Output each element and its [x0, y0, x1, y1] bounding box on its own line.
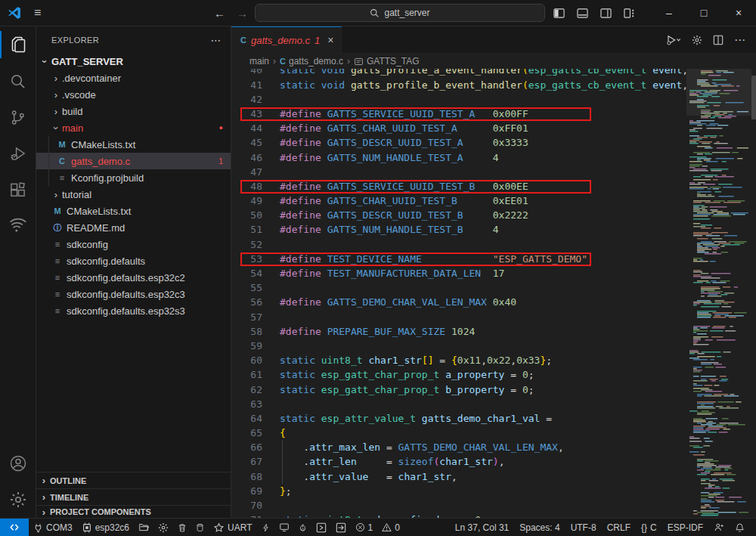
- breadcrumb-gatts-tag[interactable]: GATTS_TAG: [354, 56, 420, 67]
- status-cursor-position[interactable]: Ln 37, Col 31: [450, 519, 514, 536]
- scrollbar[interactable]: [751, 69, 756, 518]
- minimap-slider[interactable]: [686, 69, 751, 116]
- status-flash-method[interactable]: UART: [209, 519, 256, 536]
- activity-bar-settings-icon[interactable]: [0, 482, 36, 518]
- activity-bar-espressif-icon[interactable]: [0, 208, 36, 244]
- code-line-56[interactable]: 56#define GATTS_DEMO_CHAR_VAL_LEN_MAX 0x…: [231, 295, 686, 309]
- tree-file-cmakelists-txt[interactable]: MCMakeLists.txt: [36, 136, 231, 153]
- status-device-target[interactable]: esp32c6: [77, 519, 134, 536]
- code-line-46[interactable]: 46#define GATTS_NUM_HANDLE_TEST_A 4: [231, 150, 686, 165]
- code-line-67[interactable]: 67 .attr_len = sizeof(char1_str),: [231, 454, 686, 469]
- code-line-44[interactable]: 44#define GATTS_CHAR_UUID_TEST_A 0xFF01: [231, 121, 686, 135]
- nav-back-icon[interactable]: ←: [214, 0, 225, 26]
- status-flash-device[interactable]: [257, 519, 274, 536]
- code-line-57[interactable]: 57: [231, 310, 686, 324]
- window-close-button[interactable]: ×: [721, 0, 756, 26]
- toggle-secondary-sidebar-icon[interactable]: [600, 8, 612, 19]
- menu-icon[interactable]: ≡: [34, 6, 41, 20]
- code-line-60[interactable]: 60static uint8_t char1_str[] = {0x11,0x2…: [231, 353, 686, 367]
- scrollbar-thumb[interactable]: [751, 76, 756, 119]
- breadcrumb-gatts-demo-c[interactable]: Cgatts_demo.c: [280, 56, 343, 67]
- code-line-40[interactable]: 40static void gatts_profile_a_event_hand…: [231, 69, 686, 78]
- status-encoding[interactable]: UTF-8: [565, 519, 602, 536]
- status-indentation[interactable]: Spaces: 4: [514, 519, 565, 536]
- code-line-63[interactable]: 63: [231, 397, 686, 411]
- tree-folder--devcontainer[interactable]: ›.devcontainer: [36, 70, 231, 86]
- editor-settings-gear-icon[interactable]: [692, 35, 702, 45]
- code-line-45[interactable]: 45#define GATTS_DESCR_UUID_TEST_A 0x3333: [231, 135, 686, 150]
- tree-folder-main[interactable]: ›main●: [36, 119, 231, 136]
- tree-folder-tutorial[interactable]: ›tutorial: [36, 186, 231, 203]
- activity-bar-run-debug-icon[interactable]: [0, 135, 36, 172]
- minimap[interactable]: [686, 69, 751, 518]
- tree-file-sdkconfig-defaults[interactable]: ≡sdkconfig.defaults: [36, 253, 231, 269]
- code-line-41[interactable]: 41static void gatts_profile_b_event_hand…: [231, 78, 686, 92]
- tree-file-readme-md[interactable]: ⓘREADME.md: [36, 219, 231, 236]
- code-line-61[interactable]: 61static esp_gatt_char_prop_t a_property…: [231, 367, 686, 382]
- code-line-51[interactable]: 51#define GATTS_NUM_HANDLE_TEST_B 4: [231, 222, 686, 237]
- split-editor-icon[interactable]: [713, 35, 723, 45]
- run-debug-dropdown-button[interactable]: [666, 35, 681, 45]
- status-eol[interactable]: CRLF: [602, 519, 636, 536]
- tree-folder-build[interactable]: ›build: [36, 103, 231, 119]
- tree-file-kconfig-projbuild[interactable]: ≡Kconfig.projbuild: [36, 169, 231, 186]
- status-esp-idf-version[interactable]: ESP-IDF: [662, 519, 708, 536]
- status-terminal-launch[interactable]: [311, 519, 331, 536]
- tree-file-sdkconfig-defaults-esp32c2[interactable]: ≡sdkconfig.defaults.esp32c2: [36, 269, 231, 286]
- status-problems-errors[interactable]: 1: [351, 519, 378, 536]
- code-line-69[interactable]: 69};: [231, 484, 686, 498]
- explorer-more-actions-icon[interactable]: ⋯: [211, 34, 222, 46]
- tree-file-gatts-demo-c[interactable]: Cgatts_demo.c1: [36, 153, 231, 169]
- status-language-mode[interactable]: {}C: [636, 519, 662, 536]
- tree-file-sdkconfig[interactable]: ≡sdkconfig: [36, 236, 231, 253]
- activity-bar-explorer-icon[interactable]: [0, 26, 36, 63]
- code-line-49[interactable]: 49#define GATTS_CHAR_UUID_TEST_B 0xEE01: [231, 194, 686, 208]
- tree-folder--vscode[interactable]: ›.vscode: [36, 86, 231, 103]
- code-line-66[interactable]: 66 .attr_max_len = GATTS_DEMO_CHAR_VAL_L…: [231, 440, 686, 454]
- tree-file-sdkconfig-defaults-esp32c3[interactable]: ≡sdkconfig.defaults.esp32c3: [36, 286, 231, 302]
- code-line-43[interactable]: 43#define GATTS_SERVICE_UUID_TEST_A 0x00…: [231, 107, 686, 121]
- tree-file-cmakelists-txt[interactable]: MCMakeLists.txt: [36, 203, 231, 219]
- code-line-50[interactable]: 50#define GATTS_DESCR_UUID_TEST_B 0x2222: [231, 208, 686, 222]
- window-maximize-button[interactable]: □: [686, 0, 721, 26]
- status-remote-indicator[interactable]: [0, 519, 29, 536]
- status-custom-task[interactable]: [331, 519, 351, 536]
- status-build-flash-monitor[interactable]: [294, 519, 311, 536]
- code-line-58[interactable]: 58#define PREPARE_BUF_MAX_SIZE 1024: [231, 324, 686, 339]
- status-build-project[interactable]: [191, 519, 209, 536]
- activity-bar-source-control-icon[interactable]: [0, 99, 36, 135]
- nav-forward-icon[interactable]: →: [237, 0, 248, 26]
- code-line-53[interactable]: 53#define TEST_DEVICE_NAME "ESP_GATTS_DE…: [231, 252, 686, 266]
- editor-more-actions-icon[interactable]: ⋯: [734, 33, 745, 47]
- breadcrumb-main[interactable]: main: [249, 56, 269, 67]
- activity-bar-search-icon[interactable]: [0, 63, 36, 99]
- code-line-47[interactable]: 47: [231, 165, 686, 179]
- command-center-search[interactable]: gatt_server: [255, 4, 545, 22]
- tab-gatts-demo[interactable]: C gatts_demo.c 1 ×: [231, 26, 342, 53]
- code-line-52[interactable]: 52: [231, 237, 686, 252]
- code-line-68[interactable]: 68 .attr_value = char1_str,: [231, 469, 686, 484]
- code-line-55[interactable]: 55: [231, 280, 686, 295]
- code-line-64[interactable]: 64static esp_attr_value_t gatts_demo_cha…: [231, 411, 686, 426]
- sidebar-section-outline[interactable]: ›OUTLINE: [36, 472, 231, 488]
- code-line-65[interactable]: 65{: [231, 426, 686, 440]
- customize-layout-icon[interactable]: [624, 8, 635, 19]
- code-line-70[interactable]: 70: [231, 498, 686, 513]
- activity-bar-account-icon[interactable]: [0, 445, 36, 482]
- code-line-54[interactable]: 54#define TEST_MANUFACTURER_DATA_LEN 17: [231, 266, 686, 280]
- code-line-62[interactable]: 62static esp_gatt_char_prop_t b_property…: [231, 383, 686, 397]
- sidebar-section-timeline[interactable]: ›TIMELINE: [36, 488, 231, 505]
- tab-close-icon[interactable]: ×: [327, 34, 333, 46]
- window-minimize-button[interactable]: –: [652, 0, 686, 26]
- status-full-clean[interactable]: [173, 519, 191, 536]
- status-feedback[interactable]: [708, 519, 730, 536]
- status-notifications[interactable]: [730, 519, 750, 536]
- sidebar-section-project-components[interactable]: ›PROJECT COMPONENTS: [36, 505, 231, 518]
- activity-bar-extensions-icon[interactable]: [0, 172, 36, 208]
- workspace-root-folder[interactable]: › GATT_SERVER: [36, 53, 231, 70]
- code-line-48[interactable]: 48#define GATTS_SERVICE_UUID_TEST_B 0x00…: [231, 179, 686, 194]
- code-line-59[interactable]: 59: [231, 339, 686, 353]
- code-area[interactable]: 40static void gatts_profile_a_event_hand…: [231, 69, 686, 518]
- code-line-71[interactable]: 71static uint8_t adv_config_done = 0;: [231, 513, 686, 518]
- status-serial-port[interactable]: COM3: [29, 519, 77, 536]
